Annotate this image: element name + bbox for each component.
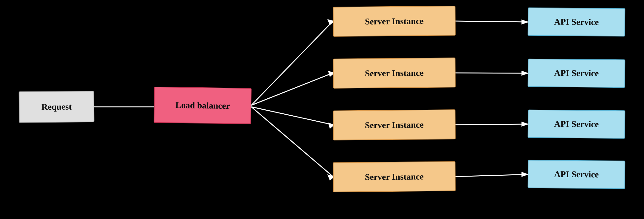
server-instance-1-label: Server Instance xyxy=(365,16,423,27)
server-instance-1: Server Instance xyxy=(333,6,456,36)
svg-line-14 xyxy=(456,124,528,125)
server-instance-2-label: Server Instance xyxy=(365,68,423,79)
svg-line-6 xyxy=(251,107,333,125)
api-service-4: API Service xyxy=(528,160,625,189)
server-instance-4-label: Server Instance xyxy=(365,172,423,182)
load-balancer-box: Load balancer xyxy=(154,87,252,124)
server-instance-4: Server Instance xyxy=(333,161,456,192)
request-label: Request xyxy=(41,102,72,112)
api-service-1-label: API Service xyxy=(554,17,599,27)
svg-line-16 xyxy=(456,174,528,177)
svg-line-4 xyxy=(251,73,333,105)
svg-line-2 xyxy=(251,21,333,105)
svg-line-10 xyxy=(456,21,528,22)
request-box: Request xyxy=(19,91,95,123)
svg-line-8 xyxy=(251,107,333,177)
api-service-2-label: API Service xyxy=(554,68,599,78)
api-service-3-label: API Service xyxy=(554,119,599,129)
server-instance-3-label: Server Instance xyxy=(365,120,423,130)
server-instance-2: Server Instance xyxy=(333,57,456,88)
api-service-4-label: API Service xyxy=(554,169,599,179)
api-service-3: API Service xyxy=(528,110,625,139)
svg-line-12 xyxy=(456,73,528,73)
load-balancer-label: Load balancer xyxy=(175,100,230,111)
server-instance-3: Server Instance xyxy=(333,109,456,140)
api-service-2: API Service xyxy=(528,59,625,88)
api-service-1: API Service xyxy=(528,8,625,37)
diagram-container: Request Load balancer Server Instance Se… xyxy=(0,0,644,219)
